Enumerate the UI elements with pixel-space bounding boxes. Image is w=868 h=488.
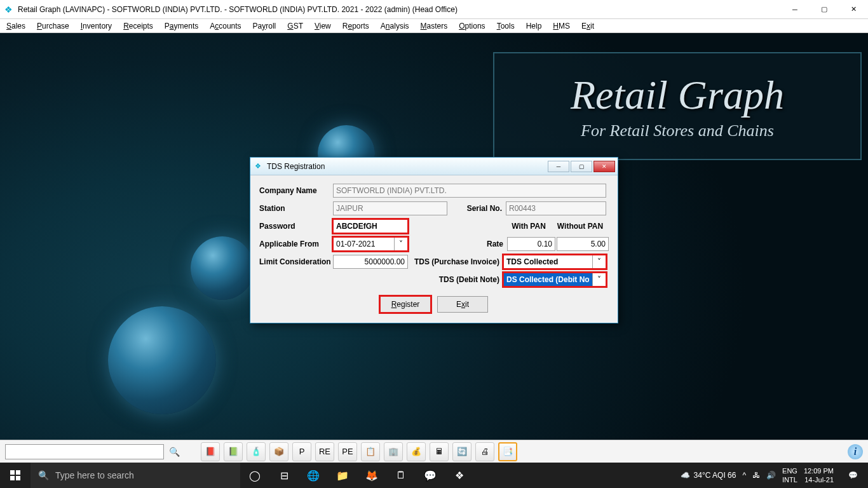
dialog-close-button[interactable]: ✕ (593, 161, 615, 172)
menu-sales[interactable]: Sales (6, 22, 25, 30)
label-tds-pi: TDS (Purchase Invoice) (408, 257, 503, 266)
bg-sphere (108, 306, 216, 414)
label-company: Company Name (259, 186, 333, 195)
taskbar-chrome-icon[interactable]: 🌐 (299, 463, 328, 488)
tds-pi-select[interactable] (503, 255, 592, 269)
applicable-date-dropdown[interactable]: ˅ (394, 237, 408, 251)
dialog-minimize-button[interactable]: ─ (548, 161, 569, 172)
tool-icon-6[interactable]: RE (315, 442, 334, 461)
rate-withpan-field[interactable] (507, 237, 555, 251)
tray-volume-icon[interactable]: 🔊 (766, 471, 776, 480)
tool-icon-13[interactable]: 🖨 (475, 442, 494, 461)
tool-icon-14[interactable]: 📑 (498, 442, 517, 461)
menu-payroll[interactable]: Payroll (253, 22, 276, 30)
tool-icon-8[interactable]: 📋 (361, 442, 380, 461)
tool-icon-7[interactable]: PE (338, 442, 357, 461)
label-password: Password (259, 222, 333, 231)
search-icon[interactable]: 🔍 (168, 445, 180, 458)
taskbar-sticky-icon[interactable]: 🗒 (386, 463, 416, 488)
menu-analysis[interactable]: Analysis (381, 22, 409, 30)
applicable-date-field[interactable] (333, 237, 394, 251)
tds-dn-select[interactable] (503, 273, 592, 287)
taskbar-retailgraph-icon[interactable]: ❖ (445, 463, 474, 488)
password-field[interactable] (333, 219, 408, 233)
tds-dn-dropdown[interactable]: ˅ (592, 273, 606, 287)
tray-clock[interactable]: 12:09 PM 14-Jul-21 (804, 466, 834, 484)
minimize-button[interactable]: ─ (780, 0, 810, 19)
menu-masters[interactable]: Masters (421, 22, 448, 30)
svg-rect-1 (16, 470, 20, 475)
app-search-input[interactable] (5, 444, 164, 459)
tool-icon-2[interactable]: 📗 (224, 442, 243, 461)
start-button[interactable] (0, 463, 31, 488)
app-status-bar: 🔍 📕 📗 🧴 📦 P RE PE 📋 🏢 💰 🖩 🔄 🖨 📑 i (0, 440, 868, 463)
tds-pi-dropdown[interactable]: ˅ (592, 255, 606, 269)
menu-inventory[interactable]: Inventory (81, 22, 112, 30)
menu-view[interactable]: View (315, 22, 331, 30)
info-icon[interactable]: i (848, 444, 863, 459)
task-view-icon[interactable]: ◯ (240, 463, 269, 488)
tds-registration-dialog: ❖ TDS Registration ─ ▢ ✕ Company Name St… (250, 157, 618, 323)
dialog-icon: ❖ (253, 161, 263, 172)
tool-icon-3[interactable]: 🧴 (247, 442, 266, 461)
svg-rect-0 (10, 470, 15, 475)
bg-sphere (191, 236, 254, 300)
tray-network-icon[interactable]: 🖧 (752, 471, 760, 480)
tool-icon-12[interactable]: 🔄 (452, 442, 471, 461)
dialog-titlebar[interactable]: ❖ TDS Registration ─ ▢ ✕ (250, 158, 618, 175)
close-button[interactable]: ✕ (839, 0, 868, 19)
menu-gst[interactable]: GST (287, 22, 303, 30)
app-icon: ❖ (3, 4, 14, 15)
company-field (333, 184, 606, 198)
window-title: Retail Graph (LAVINAPC) - SOFTWORLD (IND… (18, 5, 780, 14)
tool-icon-1[interactable]: 📕 (201, 442, 220, 461)
exit-button[interactable]: Exit (437, 296, 488, 313)
menu-receipts[interactable]: Receipts (123, 22, 153, 30)
menu-hms[interactable]: HMS (553, 22, 570, 30)
tray-notifications-icon[interactable]: 💬 (840, 463, 865, 488)
taskbar-cortana-icon[interactable]: ⊟ (269, 463, 299, 488)
tool-icon-11[interactable]: 🖩 (430, 442, 449, 461)
maximize-button[interactable]: ▢ (810, 0, 839, 19)
rate-withoutpan-field[interactable] (557, 237, 609, 251)
menu-reports[interactable]: Reports (342, 22, 369, 30)
tray-chevron-icon[interactable]: ^ (742, 471, 746, 480)
menu-accounts[interactable]: Accounts (210, 22, 241, 30)
dialog-maximize-button[interactable]: ▢ (571, 161, 592, 172)
tray-weather[interactable]: ☁️ 34°C AQI 66 (681, 471, 736, 480)
label-serial: Serial No. (447, 204, 506, 213)
menu-purchase[interactable]: Purchase (37, 22, 69, 30)
menu-tools[interactable]: Tools (497, 22, 515, 30)
serial-field (506, 201, 606, 215)
weather-icon: ☁️ (681, 471, 690, 480)
tool-icon-10[interactable]: 💰 (407, 442, 426, 461)
taskbar-firefox-icon[interactable]: 🦊 (357, 463, 386, 488)
taskbar-search[interactable]: 🔍 Type here to search (31, 463, 240, 488)
limit-field[interactable] (333, 255, 408, 269)
svg-rect-3 (16, 476, 20, 480)
label-limit: Limit Consideration (259, 257, 333, 266)
branding-title: Retail Graph (571, 72, 784, 119)
label-withpan: With PAN (506, 222, 555, 231)
menu-exit[interactable]: Exit (581, 22, 594, 30)
taskbar-app-icon[interactable]: 💬 (416, 463, 445, 488)
tool-icon-9[interactable]: 🏢 (384, 442, 403, 461)
window-titlebar: ❖ Retail Graph (LAVINAPC) - SOFTWORLD (I… (0, 0, 868, 19)
tool-icon-5[interactable]: P (292, 442, 311, 461)
taskbar-explorer-icon[interactable]: 📁 (328, 463, 357, 488)
client-area: Retail Graph For Retail Stores and Chain… (0, 33, 868, 463)
dialog-title: TDS Registration (267, 162, 548, 171)
branding-panel: Retail Graph For Retail Stores and Chain… (493, 52, 862, 160)
menu-payments[interactable]: Payments (165, 22, 198, 30)
branding-subtitle: For Retail Stores and Chains (581, 121, 774, 140)
station-field (333, 201, 447, 215)
menu-help[interactable]: Help (526, 22, 542, 30)
label-tds-dn: TDS (Debit Note) (408, 275, 503, 284)
label-applicable: Applicable From (259, 240, 333, 248)
tool-icon-4[interactable]: 📦 (269, 442, 288, 461)
menu-options[interactable]: Options (459, 22, 485, 30)
search-icon: 🔍 (38, 470, 49, 480)
tray-language[interactable]: ENG INTL (782, 466, 797, 484)
label-withoutpan: Without PAN (555, 222, 609, 231)
register-button[interactable]: Register (380, 296, 431, 313)
